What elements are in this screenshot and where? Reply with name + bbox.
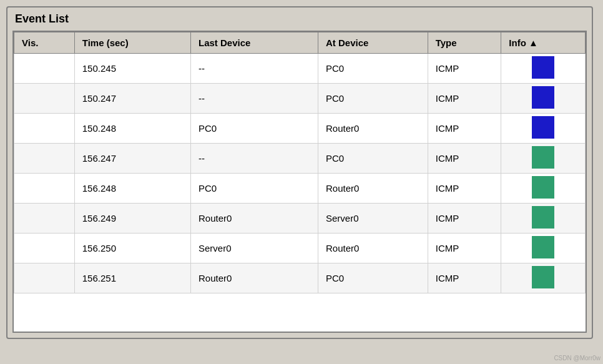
event-table: Vis. Time (sec) Last Device At Device Ty… [14,32,586,293]
cell-vis [14,263,75,293]
col-header-time: Time (sec) [74,32,190,54]
watermark: CSDN @Morr0w [554,355,601,362]
cell-info [501,204,586,234]
table-row[interactable]: 150.248PC0Router0ICMP [14,114,586,144]
cell-at-device: Router0 [318,114,428,144]
info-color-box [532,56,554,79]
cell-vis [14,84,75,114]
cell-type: ICMP [428,84,501,114]
info-color-box [532,236,554,258]
cell-type: ICMP [428,144,501,174]
panel-title: Event List [12,12,587,26]
cell-type: ICMP [428,204,501,234]
cell-vis [14,174,75,204]
cell-vis [14,234,75,263]
cell-info [501,114,586,144]
table-row[interactable]: 156.251Router0PC0ICMP [14,263,586,293]
cell-info [501,54,586,84]
cell-info [501,234,586,263]
cell-info [501,144,586,174]
cell-vis [14,144,75,174]
cell-at-device: PC0 [318,263,428,293]
cell-info [501,174,586,204]
col-header-last-device: Last Device [190,32,318,54]
cell-time: 156.248 [74,174,190,204]
col-header-info: Info ▲ [501,32,586,54]
col-header-at-device: At Device [318,32,428,54]
cell-info [501,84,586,114]
cell-time: 156.247 [74,144,190,174]
info-color-box [532,116,554,139]
cell-vis [14,114,75,144]
table-row[interactable]: 156.247--PC0ICMP [14,144,586,174]
cell-type: ICMP [428,114,501,144]
cell-time: 156.249 [74,204,190,234]
cell-info [501,263,586,293]
table-wrapper[interactable]: Vis. Time (sec) Last Device At Device Ty… [14,32,586,332]
cell-last-device: Router0 [190,263,318,293]
cell-at-device: Server0 [318,204,428,234]
cell-time: 150.247 [74,84,190,114]
info-color-box [532,86,554,109]
cell-last-device: PC0 [190,114,318,144]
info-color-box [532,176,554,199]
cell-vis [14,54,75,84]
table-row[interactable]: 156.250Server0Router0ICMP [14,234,586,263]
table-row[interactable]: 150.245--PC0ICMP [14,54,586,84]
cell-time: 156.250 [74,234,190,263]
cell-vis [14,204,75,234]
cell-last-device: PC0 [190,174,318,204]
cell-at-device: PC0 [318,84,428,114]
cell-type: ICMP [428,234,501,263]
cell-at-device: PC0 [318,144,428,174]
cell-type: ICMP [428,54,501,84]
cell-time: 150.248 [74,114,190,144]
table-container: Vis. Time (sec) Last Device At Device Ty… [12,31,587,333]
col-header-vis: Vis. [14,32,75,54]
table-header-row: Vis. Time (sec) Last Device At Device Ty… [14,32,586,54]
cell-last-device: -- [190,84,318,114]
cell-at-device: Router0 [318,174,428,204]
cell-last-device: Router0 [190,204,318,234]
cell-type: ICMP [428,263,501,293]
cell-last-device: Server0 [190,234,318,263]
info-color-box [532,146,554,169]
cell-type: ICMP [428,174,501,204]
cell-time: 156.251 [74,263,190,293]
cell-time: 150.245 [74,54,190,84]
table-row[interactable]: 156.248PC0Router0ICMP [14,174,586,204]
cell-last-device: -- [190,144,318,174]
col-header-type: Type [428,32,501,54]
table-row[interactable]: 150.247--PC0ICMP [14,84,586,114]
table-row[interactable]: 156.249Router0Server0ICMP [14,204,586,234]
cell-at-device: PC0 [318,54,428,84]
cell-last-device: -- [190,54,318,84]
info-color-box [532,266,554,288]
cell-at-device: Router0 [318,234,428,263]
event-list-panel: Event List Vis. Time (sec) Last Device A… [6,6,593,339]
info-color-box [532,206,554,229]
